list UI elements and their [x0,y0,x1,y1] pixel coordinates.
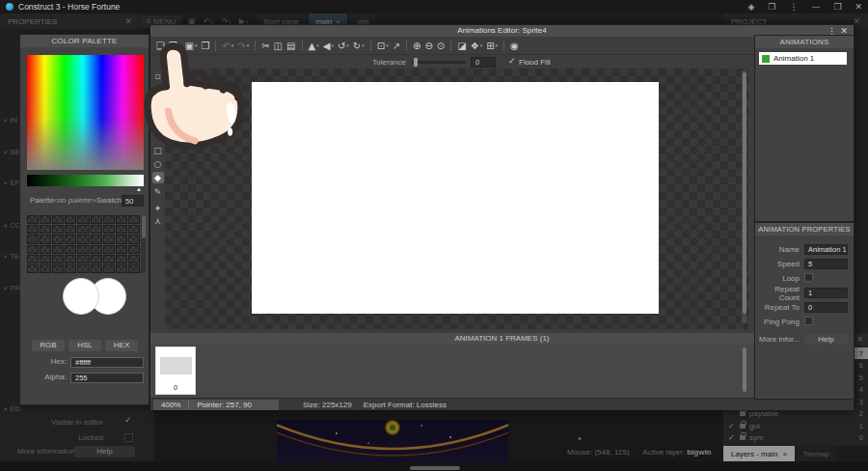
swatch-cell[interactable] [77,264,89,273]
swatch-cell[interactable] [116,264,127,273]
flip-horizontal-icon[interactable]: ◀▾ [321,39,336,53]
repeat-count-input[interactable] [804,288,848,298]
loop-checkbox[interactable] [804,273,813,282]
swatch-cell[interactable] [91,225,102,234]
canvas-vertical-scrollbar[interactable] [742,70,746,323]
swatch-cell[interactable] [65,235,76,243]
close-icon[interactable]: ✕ [854,0,862,14]
ellipse-tool-icon[interactable]: ○ [152,158,164,170]
swatch-cell[interactable] [65,215,76,224]
swatch-cell[interactable] [52,215,64,224]
swatch-cell[interactable] [40,264,51,273]
swatch-cell[interactable] [52,225,64,234]
swatch-cell[interactable] [116,235,127,243]
frames-scrollbar[interactable] [742,346,746,395]
zoom-out-icon[interactable]: ⊖ [422,39,434,53]
fill-tool-icon[interactable]: ◆ [152,172,164,183]
rotate-ccw-icon[interactable]: ↺▾ [336,39,351,53]
cut-icon[interactable]: ✂ [259,39,271,53]
flip-vertical-icon[interactable]: ▲▾ [307,39,321,53]
swatch-cell[interactable] [77,235,89,243]
swatch-cell[interactable] [52,264,64,273]
swatch-cell[interactable] [103,215,115,224]
swatch-cell[interactable] [52,245,64,254]
animation-help-button[interactable]: Help [804,334,848,345]
swatch-cell[interactable] [103,235,115,243]
tolerance-slider[interactable] [412,61,466,64]
swatch-cell[interactable] [103,245,115,254]
background-toggle-icon[interactable]: ◪ [455,39,468,53]
swatch-cell[interactable] [116,255,127,263]
zoom-reset-icon[interactable]: ⊙ [435,39,447,53]
copy-icon[interactable]: ◫ [272,39,285,53]
swatch-cell[interactable] [103,264,115,273]
swatch-cell[interactable] [40,225,51,234]
swatches-count-input[interactable] [122,195,144,207]
swatch-cell[interactable] [128,225,140,234]
swatch-cell[interactable] [77,245,89,254]
animation-list-item[interactable]: Animation 1 [759,52,847,65]
swatch-cell[interactable] [91,255,102,263]
name-input[interactable] [804,244,848,255]
swatch-cell[interactable] [128,264,140,273]
swatch-cell[interactable] [27,264,39,273]
swatch-cell[interactable] [103,255,115,263]
speed-input[interactable] [804,259,848,269]
alpha-input[interactable] [70,373,144,383]
swatch-cell[interactable] [91,245,102,254]
swatch-cell[interactable] [65,255,76,263]
swatch-cell[interactable] [27,225,39,234]
swatch-cell[interactable] [91,215,102,224]
paste-icon[interactable]: ▤ [285,39,297,53]
rgb-button[interactable]: RGB [32,340,65,351]
swatch-cell[interactable] [128,255,140,263]
swatch-cell[interactable] [40,255,51,263]
slider-handle-icon[interactable] [414,58,418,67]
frame-thumbnail[interactable]: 0 [155,346,196,395]
swatch-cell[interactable] [40,215,51,224]
swatch-cell[interactable] [128,215,140,224]
swatch-cell[interactable] [52,255,64,263]
pencil-tool-icon[interactable]: ✎ [152,186,164,198]
swatch-cell[interactable] [27,215,39,224]
preview-device-icon[interactable]: ◈ [747,0,754,14]
onion-skin-icon[interactable]: ❖▾ [469,39,484,53]
flood-fill-checkbox[interactable]: ✓ [508,56,516,66]
swatch-cell[interactable] [27,235,39,243]
crop-icon[interactable]: ⊡▾ [375,39,391,53]
restore-icon[interactable]: ❒ [833,0,841,14]
swatch-cell[interactable] [65,245,76,254]
swatch-cell[interactable] [91,264,102,273]
swatch-cell[interactable] [128,235,140,243]
minimize-icon[interactable]: — [811,0,820,14]
swatch-cell[interactable] [77,225,89,234]
swatch-cell[interactable] [116,215,127,224]
swatch-cell[interactable] [40,245,51,254]
tolerance-input[interactable] [471,57,496,68]
shade-gradient-bar[interactable] [27,175,144,186]
swatch-cell[interactable] [91,235,102,243]
rotate-cw-icon[interactable]: ↻▾ [351,39,366,53]
hsl-button[interactable]: HSL [68,340,101,351]
swatch-cell[interactable] [40,235,51,243]
swatch-cell[interactable] [52,235,64,243]
swatch-cell[interactable] [65,264,76,273]
more-info-label[interactable]: More infor... [759,335,800,344]
swatch-cell[interactable] [27,255,39,263]
swatch-cell[interactable] [116,225,127,234]
color-gradient-picker[interactable] [27,55,144,170]
foreground-color-circle[interactable] [63,278,99,315]
zoom-in-icon[interactable]: ⊕ [411,39,422,53]
preview-animation-icon[interactable]: ◉ [508,39,521,53]
export-icon[interactable]: ❐ [768,0,775,14]
canvas-area[interactable] [165,69,748,329]
ping-pong-checkbox[interactable] [804,317,813,325]
resize-icon[interactable]: ↗ [391,39,402,53]
grid-icon[interactable]: ⊞▾ [484,39,500,53]
swatch-cell[interactable] [128,245,140,254]
swatch-cell[interactable] [77,215,89,224]
swatch-scrollbar[interactable] [141,215,146,273]
hex-button[interactable]: HEX [105,340,138,351]
swatch-cell[interactable] [27,245,39,254]
swatch-cell[interactable] [77,255,89,263]
